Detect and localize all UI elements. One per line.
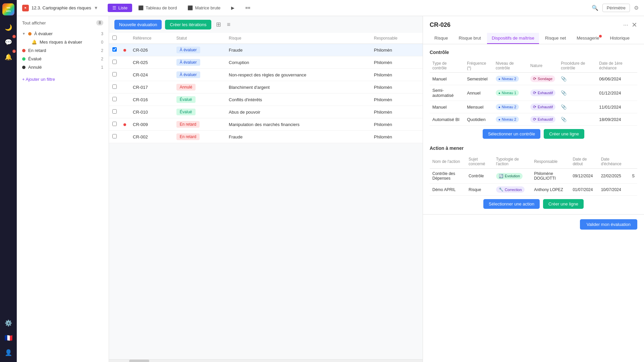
row-checkbox[interactable]: [112, 60, 117, 64]
table-row[interactable]: CR-025 À évaluer Corruption Philomèn: [109, 56, 423, 69]
row-responsible: Philomèn: [371, 56, 423, 69]
view-toggle-icon[interactable]: ⊞: [215, 19, 222, 29]
table-row[interactable]: CR-024 À évaluer Non-respect des règles …: [109, 69, 423, 81]
action-date-debut: 01/07/2024: [570, 184, 598, 196]
arrow-icon-a-evaluer: ▼: [22, 32, 25, 36]
tab-dispositifs[interactable]: Dispositifs de maîtrise: [487, 33, 539, 44]
nav-btn-video[interactable]: ▶: [226, 4, 239, 12]
detail-footer: Valider mon évaluation: [423, 214, 644, 234]
table-row[interactable]: CR-016 Évalué Conflits d'intérêts Philom…: [109, 94, 423, 106]
action-actions: Sélectionner une action Créer une ligne: [430, 199, 637, 209]
filter-label-evalue: Évalué: [28, 56, 98, 61]
row-checkbox[interactable]: [112, 134, 117, 138]
create-action-line-button[interactable]: Créer une ligne: [543, 199, 584, 209]
attachment-icon[interactable]: 📎: [561, 76, 567, 81]
nav-icon-messages[interactable]: 💬 !: [2, 36, 14, 48]
table-row[interactable]: CR-009 En retard Manipulation des marché…: [109, 118, 423, 131]
nav-icon-settings[interactable]: ⚙️: [2, 317, 14, 329]
row-risk: Fraude: [225, 131, 371, 143]
detail-close-button[interactable]: ✕: [632, 21, 637, 29]
detail-content: Contrôle Type de contrôle Fréquence (*) …: [423, 44, 644, 214]
row-responsible: Philomèn: [371, 118, 423, 131]
filter-options-icon[interactable]: ≡: [226, 20, 232, 29]
control-row: Semi-automatisé Annuel ●Niveau 1 ⟳Exhaus…: [430, 85, 637, 101]
select-action-button[interactable]: Sélectionner une action: [483, 199, 540, 209]
nav-btn-matrice[interactable]: ⬛ Matrice brute: [183, 4, 225, 12]
control-actions: Sélectionner un contrôle Créer une ligne: [430, 129, 637, 139]
action-date-debut: 09/12/2024: [570, 169, 598, 184]
row-reference: CR-002: [129, 131, 173, 143]
row-responsible: Philomèn: [371, 44, 423, 56]
table-row[interactable]: CR-026 À évaluer Fraude Philomèn: [109, 44, 423, 56]
row-status: À évaluer: [176, 47, 200, 53]
control-procedure: 📎: [558, 85, 596, 101]
create-control-line-button[interactable]: Créer une ligne: [544, 129, 584, 139]
topbar: ⚑ 12.3. Cartographie des risques ▼ ☰ Lis…: [17, 0, 644, 16]
row-checkbox[interactable]: [112, 109, 117, 114]
select-control-button[interactable]: Sélectionner un contrôle: [483, 129, 540, 139]
control-header-row: Type de contrôle Fréquence (*) Niveau de…: [430, 59, 637, 73]
risks-table: Référence Statut Risque Responsable CR-0…: [109, 33, 423, 143]
detail-tabs: Risque Risque brut Dispositifs de maîtri…: [430, 33, 637, 44]
action-name: Contrôle des Dépenses: [430, 169, 466, 184]
col-date-debut: Date de début: [570, 155, 598, 169]
title-dropdown-icon[interactable]: ▼: [94, 5, 98, 10]
tab-risque-brut[interactable]: Risque brut: [454, 33, 485, 44]
control-nature: ⟳Exhaustif: [528, 113, 558, 126]
filter-item-en-retard[interactable]: En retard 2: [22, 46, 103, 55]
app-logo[interactable]: values: [2, 3, 14, 15]
row-checkbox[interactable]: [112, 47, 117, 52]
validate-button[interactable]: Valider mon évaluation: [580, 219, 637, 230]
col-date-echeance: Date de 1ère échéance: [596, 59, 637, 73]
filter-item-evalue[interactable]: Évalué 2: [22, 55, 103, 63]
row-checkbox[interactable]: [112, 122, 117, 126]
action-date-echeance: 10/07/2024: [598, 184, 629, 196]
tab-historique[interactable]: Historique: [605, 33, 634, 44]
row-checkbox[interactable]: [112, 72, 117, 76]
tab-risque[interactable]: Risque: [430, 33, 452, 44]
nav-icon-user[interactable]: 👤: [2, 347, 14, 359]
action-extra: [629, 184, 637, 196]
search-icon[interactable]: 🔍: [592, 5, 598, 11]
attachment-icon[interactable]: 📎: [561, 117, 567, 122]
mes-risques-icon: 🔔: [32, 40, 37, 45]
row-status: En retard: [176, 133, 200, 140]
action-section-title: Action à mener: [430, 145, 637, 151]
horizontal-scrollbar[interactable]: [109, 359, 423, 362]
topbar-settings-icon[interactable]: ⚙: [634, 5, 639, 11]
filter-item-annule[interactable]: Annulé 1: [22, 63, 103, 71]
nav-sidebar: values 🌙 💬 ! 🔔 1 ⚙️ 🇫🇷 👤: [0, 0, 17, 362]
tab-risque-net[interactable]: Risque net: [540, 33, 571, 44]
attachment-icon[interactable]: 📎: [561, 90, 567, 96]
col-responsable: Responsable: [371, 33, 423, 44]
filter-item-mes-risques[interactable]: 🔔 Mes risques à évaluer 0: [22, 38, 103, 46]
filter-all-label[interactable]: Tout afficher: [22, 20, 46, 25]
row-checkbox[interactable]: [112, 97, 117, 101]
nav-icon-flag[interactable]: 🇫🇷: [2, 332, 14, 344]
nav-icon-moon[interactable]: 🌙: [2, 21, 14, 34]
nav-btn-liste[interactable]: ☰ Liste: [108, 4, 132, 12]
select-all-checkbox[interactable]: [112, 36, 117, 40]
filter-panel: Tout afficher 8 ▼ À évaluer 3 🔔 Mes risq…: [17, 16, 109, 362]
table-row[interactable]: CR-010 Évalué Abus de pouvoir Philomèn: [109, 106, 423, 118]
attachment-icon[interactable]: 📎: [561, 104, 567, 110]
nav-icon-notifications[interactable]: 🔔 1: [2, 51, 14, 63]
control-type: Automatisé BI: [430, 113, 464, 126]
col-statut: Statut: [173, 33, 225, 44]
add-filter-btn[interactable]: + Ajouter un filtre: [17, 74, 109, 84]
detail-menu-button[interactable]: ···: [623, 21, 628, 28]
action-row: Démo APRIL Risque 🔧Correction Anthony LO…: [430, 184, 637, 196]
table-row[interactable]: CR-002 En retard Fraude Philomèn: [109, 131, 423, 143]
table-row[interactable]: CR-017 Annulé Blanchiment d'argent Philo…: [109, 81, 423, 94]
create-iterations-button[interactable]: Créer les itérations: [165, 20, 211, 29]
perimeter-button[interactable]: Périmètre: [602, 4, 630, 12]
row-checkbox[interactable]: [112, 84, 117, 89]
liste-icon: ☰: [112, 5, 116, 10]
nav-btn-tableau[interactable]: ⬛ Tableau de bord: [133, 4, 181, 12]
filter-item-a-evaluer[interactable]: ▼ À évaluer 3: [22, 29, 103, 38]
new-evaluation-button[interactable]: Nouvelle évaluation: [114, 20, 162, 29]
control-nature: ⟳Exhaustif: [528, 101, 558, 113]
nav-btn-extra[interactable]: ≡≡: [240, 4, 255, 12]
tab-messagerie[interactable]: Messagerie: [572, 33, 604, 44]
control-date: 11/01/2024: [596, 101, 637, 113]
